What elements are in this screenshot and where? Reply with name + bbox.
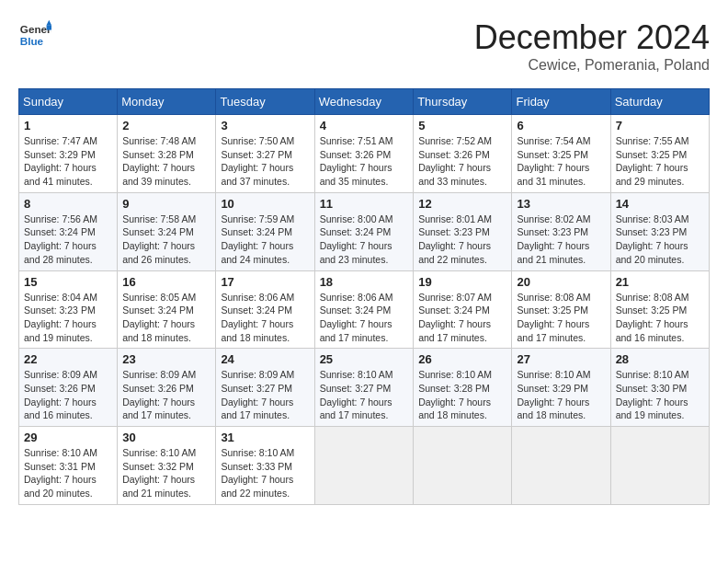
day-number: 3 bbox=[221, 119, 309, 132]
day-cell: 15Sunrise: 8:04 AMSunset: 3:23 PMDayligh… bbox=[19, 270, 118, 349]
day-number: 2 bbox=[122, 119, 210, 132]
day-number: 5 bbox=[418, 119, 506, 132]
day-number: 15 bbox=[24, 275, 112, 289]
weekday-header-sunday: Sunday bbox=[19, 89, 118, 115]
day-number: 20 bbox=[517, 275, 605, 289]
day-info: Sunrise: 7:59 AMSunset: 3:24 PMDaylight:… bbox=[221, 213, 309, 267]
weekday-header-tuesday: Tuesday bbox=[216, 89, 314, 115]
day-info: Sunrise: 8:08 AMSunset: 3:25 PMDaylight:… bbox=[616, 291, 704, 345]
day-info: Sunrise: 8:06 AMSunset: 3:24 PMDaylight:… bbox=[221, 291, 309, 345]
weekday-header-monday: Monday bbox=[118, 89, 216, 115]
day-info: Sunrise: 8:10 AMSunset: 3:29 PMDaylight:… bbox=[517, 368, 605, 422]
day-info: Sunrise: 8:10 AMSunset: 3:30 PMDaylight:… bbox=[616, 368, 704, 422]
day-info: Sunrise: 8:10 AMSunset: 3:27 PMDaylight:… bbox=[320, 368, 409, 422]
day-cell: 3Sunrise: 7:50 AMSunset: 3:27 PMDaylight… bbox=[216, 115, 314, 193]
svg-marker-3 bbox=[47, 25, 51, 29]
day-info: Sunrise: 8:10 AMSunset: 3:33 PMDaylight:… bbox=[221, 446, 309, 500]
day-info: Sunrise: 8:09 AMSunset: 3:26 PMDaylight:… bbox=[122, 368, 210, 422]
svg-text:Blue: Blue bbox=[20, 35, 44, 47]
day-number: 31 bbox=[221, 431, 309, 444]
month-title: December 2024 bbox=[474, 18, 710, 57]
day-info: Sunrise: 7:50 AMSunset: 3:27 PMDaylight:… bbox=[221, 134, 309, 189]
day-cell: 14Sunrise: 8:03 AMSunset: 3:23 PMDayligh… bbox=[610, 192, 709, 270]
day-cell bbox=[314, 427, 414, 505]
day-info: Sunrise: 8:00 AMSunset: 3:24 PMDaylight:… bbox=[320, 213, 409, 267]
day-cell: 6Sunrise: 7:54 AMSunset: 3:25 PMDaylight… bbox=[512, 115, 610, 193]
day-cell: 24Sunrise: 8:09 AMSunset: 3:27 PMDayligh… bbox=[216, 349, 314, 427]
weekday-header-row: SundayMondayTuesdayWednesdayThursdayFrid… bbox=[19, 89, 710, 115]
day-cell: 13Sunrise: 8:02 AMSunset: 3:23 PMDayligh… bbox=[512, 192, 610, 270]
day-number: 25 bbox=[320, 352, 409, 366]
calendar-table: SundayMondayTuesdayWednesdayThursdayFrid… bbox=[18, 88, 710, 505]
day-info: Sunrise: 8:04 AMSunset: 3:23 PMDaylight:… bbox=[24, 291, 112, 345]
day-cell: 27Sunrise: 8:10 AMSunset: 3:29 PMDayligh… bbox=[512, 349, 610, 427]
day-info: Sunrise: 7:58 AMSunset: 3:24 PMDaylight:… bbox=[122, 213, 210, 267]
day-info: Sunrise: 7:52 AMSunset: 3:26 PMDaylight:… bbox=[418, 134, 506, 189]
day-cell bbox=[414, 427, 512, 505]
day-number: 26 bbox=[418, 352, 506, 366]
day-number: 22 bbox=[24, 352, 112, 366]
logo-icon: General Blue bbox=[18, 18, 51, 52]
day-number: 11 bbox=[320, 197, 409, 211]
day-number: 7 bbox=[616, 119, 704, 132]
page-header: General Blue December 2024 Cewice, Pomer… bbox=[18, 18, 710, 74]
day-number: 10 bbox=[221, 197, 309, 211]
day-number: 17 bbox=[221, 275, 309, 289]
day-info: Sunrise: 7:55 AMSunset: 3:25 PMDaylight:… bbox=[616, 134, 704, 189]
day-info: Sunrise: 8:05 AMSunset: 3:24 PMDaylight:… bbox=[122, 291, 210, 345]
day-number: 18 bbox=[320, 275, 409, 289]
day-number: 21 bbox=[616, 275, 704, 289]
day-cell: 18Sunrise: 8:06 AMSunset: 3:24 PMDayligh… bbox=[314, 270, 414, 349]
week-row-5: 29Sunrise: 8:10 AMSunset: 3:31 PMDayligh… bbox=[19, 427, 710, 505]
day-cell: 21Sunrise: 8:08 AMSunset: 3:25 PMDayligh… bbox=[610, 270, 709, 349]
day-info: Sunrise: 8:06 AMSunset: 3:24 PMDaylight:… bbox=[320, 291, 409, 345]
day-number: 13 bbox=[517, 197, 605, 211]
day-cell: 20Sunrise: 8:08 AMSunset: 3:25 PMDayligh… bbox=[512, 270, 610, 349]
day-number: 4 bbox=[320, 119, 409, 132]
day-number: 19 bbox=[418, 275, 506, 289]
day-cell: 9Sunrise: 7:58 AMSunset: 3:24 PMDaylight… bbox=[118, 192, 216, 270]
day-cell bbox=[610, 427, 709, 505]
day-number: 23 bbox=[122, 352, 210, 366]
day-info: Sunrise: 8:09 AMSunset: 3:27 PMDaylight:… bbox=[221, 368, 309, 422]
day-cell: 19Sunrise: 8:07 AMSunset: 3:24 PMDayligh… bbox=[414, 270, 512, 349]
day-info: Sunrise: 8:09 AMSunset: 3:26 PMDaylight:… bbox=[24, 368, 112, 422]
day-cell: 1Sunrise: 7:47 AMSunset: 3:29 PMDaylight… bbox=[19, 115, 118, 193]
day-number: 1 bbox=[24, 119, 112, 132]
day-number: 24 bbox=[221, 352, 309, 366]
day-info: Sunrise: 8:01 AMSunset: 3:23 PMDaylight:… bbox=[418, 213, 506, 267]
day-number: 27 bbox=[517, 352, 605, 366]
weekday-header-saturday: Saturday bbox=[610, 89, 709, 115]
weekday-header-thursday: Thursday bbox=[414, 89, 512, 115]
day-cell: 16Sunrise: 8:05 AMSunset: 3:24 PMDayligh… bbox=[118, 270, 216, 349]
day-cell: 2Sunrise: 7:48 AMSunset: 3:28 PMDaylight… bbox=[118, 115, 216, 193]
week-row-1: 1Sunrise: 7:47 AMSunset: 3:29 PMDaylight… bbox=[19, 115, 710, 193]
day-cell: 31Sunrise: 8:10 AMSunset: 3:33 PMDayligh… bbox=[216, 427, 314, 505]
week-row-2: 8Sunrise: 7:56 AMSunset: 3:24 PMDaylight… bbox=[19, 192, 710, 270]
day-info: Sunrise: 7:56 AMSunset: 3:24 PMDaylight:… bbox=[24, 213, 112, 267]
day-number: 16 bbox=[122, 275, 210, 289]
weekday-header-wednesday: Wednesday bbox=[314, 89, 414, 115]
day-cell: 30Sunrise: 8:10 AMSunset: 3:32 PMDayligh… bbox=[118, 427, 216, 505]
day-number: 12 bbox=[418, 197, 506, 211]
day-info: Sunrise: 8:08 AMSunset: 3:25 PMDaylight:… bbox=[517, 291, 605, 345]
day-info: Sunrise: 7:54 AMSunset: 3:25 PMDaylight:… bbox=[517, 134, 605, 189]
day-info: Sunrise: 8:10 AMSunset: 3:31 PMDaylight:… bbox=[24, 446, 112, 500]
day-info: Sunrise: 8:03 AMSunset: 3:23 PMDaylight:… bbox=[616, 213, 704, 267]
day-number: 8 bbox=[24, 197, 112, 211]
day-cell: 26Sunrise: 8:10 AMSunset: 3:28 PMDayligh… bbox=[414, 349, 512, 427]
day-info: Sunrise: 7:47 AMSunset: 3:29 PMDaylight:… bbox=[24, 134, 112, 189]
day-cell: 17Sunrise: 8:06 AMSunset: 3:24 PMDayligh… bbox=[216, 270, 314, 349]
day-info: Sunrise: 8:10 AMSunset: 3:32 PMDaylight:… bbox=[122, 446, 210, 500]
day-cell: 29Sunrise: 8:10 AMSunset: 3:31 PMDayligh… bbox=[19, 427, 118, 505]
day-cell: 5Sunrise: 7:52 AMSunset: 3:26 PMDaylight… bbox=[414, 115, 512, 193]
day-info: Sunrise: 8:10 AMSunset: 3:28 PMDaylight:… bbox=[418, 368, 506, 422]
day-cell: 23Sunrise: 8:09 AMSunset: 3:26 PMDayligh… bbox=[118, 349, 216, 427]
day-number: 9 bbox=[122, 197, 210, 211]
day-number: 6 bbox=[517, 119, 605, 132]
day-number: 28 bbox=[616, 352, 704, 366]
day-number: 14 bbox=[616, 197, 704, 211]
logo: General Blue bbox=[18, 18, 51, 52]
day-cell: 10Sunrise: 7:59 AMSunset: 3:24 PMDayligh… bbox=[216, 192, 314, 270]
day-cell bbox=[512, 427, 610, 505]
